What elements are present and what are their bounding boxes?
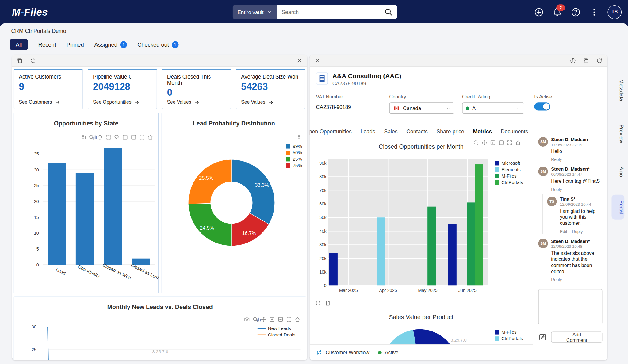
camera-icon[interactable]	[80, 134, 86, 140]
add-comment-row: Add Comment	[538, 332, 602, 343]
svg-text:20k: 20k	[319, 256, 327, 261]
version-watermark: 3.25.7.0	[134, 349, 186, 354]
chevron-down-icon	[446, 106, 450, 110]
chart-modebar	[296, 134, 302, 140]
create-new-icon[interactable]	[534, 7, 544, 17]
kpi-link-see-values[interactable]: See Values	[241, 99, 273, 105]
tab-documents[interactable]: Documents	[501, 128, 528, 135]
svg-text:35: 35	[34, 151, 39, 156]
is-active-toggle[interactable]	[534, 102, 550, 110]
tab-share-price[interactable]: Share price	[437, 128, 464, 135]
pie-chart-canvas[interactable]	[310, 320, 533, 344]
reply-link[interactable]: Reply	[551, 187, 562, 192]
svg-text:40k: 40k	[319, 229, 327, 234]
tab-assigned[interactable]: Assigned1	[94, 41, 127, 48]
breadcrumb[interactable]: CRM CtrlPortals Demo	[11, 28, 66, 34]
avatar: SM	[538, 167, 548, 176]
comment-author: Tina S*	[560, 197, 602, 201]
kpi-link-see-opportunities[interactable]: See Opportunities	[93, 99, 140, 105]
add-comment-button[interactable]: Add Comment	[551, 332, 602, 343]
notifications-button[interactable]: 2	[552, 6, 562, 18]
tab-checked-out[interactable]: Checked out1	[137, 41, 178, 48]
info-icon[interactable]	[570, 57, 576, 63]
bar-chart-canvas[interactable]: 05101520253035LeadOpportunityClosed as W…	[14, 141, 159, 294]
refresh-icon[interactable]	[30, 57, 36, 63]
refresh-icon[interactable]	[596, 57, 603, 63]
tab-sales[interactable]: Sales	[384, 128, 397, 135]
workflow-state[interactable]: Active	[385, 350, 398, 355]
search-icon[interactable]	[384, 8, 393, 17]
zoom-out-icon[interactable]	[131, 134, 137, 140]
kpi-value: 9	[19, 81, 78, 92]
rail-tab-portal[interactable]: Portal	[611, 195, 624, 220]
arrow-right-icon	[134, 100, 140, 105]
help-icon[interactable]	[571, 7, 581, 17]
rail-tab-metadata[interactable]: Metadata	[611, 76, 624, 104]
tab-open-opportunities[interactable]: Open Opportunities	[310, 128, 352, 135]
chevron-down-icon	[516, 106, 521, 110]
tab-contacts[interactable]: Contacts	[406, 128, 428, 135]
kpi-link-label: See Values	[167, 99, 191, 105]
box-select-icon[interactable]	[105, 134, 112, 140]
field-label: VAT Number	[316, 94, 383, 100]
assigned-count-badge: 1	[120, 41, 127, 48]
svg-text:5: 5	[36, 247, 39, 251]
popout-icon[interactable]	[17, 57, 23, 63]
svg-text:60k: 60k	[319, 201, 327, 206]
vault-selector[interactable]: Entire vault	[233, 5, 277, 19]
lasso-icon[interactable]	[114, 134, 120, 140]
search-input[interactable]	[277, 5, 397, 19]
country-select[interactable]: Canada	[389, 102, 454, 114]
reply-link[interactable]: Reply	[551, 157, 562, 162]
tab-all[interactable]: All	[10, 39, 28, 50]
rail-tab-aino[interactable]: Aino	[611, 163, 624, 180]
tab-metrics[interactable]: Metrics	[473, 128, 492, 135]
mfiles-logo[interactable]: M-Files	[12, 0, 48, 24]
close-icon[interactable]	[297, 57, 303, 63]
tab-pinned-label: Pinned	[67, 41, 84, 48]
edit-link[interactable]: Edit	[560, 229, 567, 234]
svg-text:24.5%: 24.5%	[200, 225, 214, 231]
kpi-link-see-values[interactable]: See Values	[167, 99, 199, 105]
country-value: Canada	[403, 105, 421, 111]
camera-icon[interactable]	[296, 134, 302, 140]
comment-input[interactable]	[538, 289, 602, 324]
field-label: Is Active	[534, 94, 582, 100]
autoscale-icon[interactable]	[139, 134, 145, 140]
chart-card-monthly-leads: Monthly New Leads vs. Deals Closed New L…	[13, 297, 306, 360]
kpi-link-see-customers[interactable]: See Customers	[19, 99, 60, 105]
global-search-group: Entire vault	[233, 5, 397, 19]
tab-pinned[interactable]: Pinned	[67, 41, 84, 48]
svg-text:25: 25	[34, 183, 39, 188]
logo-rest: Files	[24, 6, 48, 18]
document-icon[interactable]	[325, 300, 331, 306]
overflow-menu-icon[interactable]	[589, 7, 599, 17]
reply-link[interactable]: Reply	[572, 229, 583, 234]
logo-m: M	[12, 6, 21, 18]
user-avatar[interactable]: TS	[607, 5, 622, 19]
rail-tab-preview[interactable]: Preview	[611, 121, 624, 146]
refresh-icon[interactable]	[315, 300, 321, 306]
grouped-bar-chart-canvas[interactable]: Mar 2025Apr 2025May 2025Jun 2025010k20k3…	[310, 135, 533, 297]
plotly-logo-icon[interactable]	[92, 134, 98, 140]
zoom-in-icon[interactable]	[122, 134, 128, 140]
vat-number-input[interactable]	[316, 102, 383, 113]
reply-link[interactable]: Reply	[551, 277, 562, 282]
donut-chart-canvas[interactable]: 33.3%16.7%24.5%25.5%	[162, 141, 307, 294]
svg-text:20: 20	[34, 199, 39, 204]
tab-leads[interactable]: Leads	[361, 128, 375, 135]
edit-comment-icon[interactable]	[538, 333, 547, 342]
tab-recent[interactable]: Recent	[38, 41, 56, 48]
svg-text:30k: 30k	[319, 242, 327, 247]
svg-text:50k: 50k	[319, 215, 327, 220]
workflow-label[interactable]: Customer Workflow	[326, 350, 369, 355]
popout-icon[interactable]	[583, 57, 589, 63]
close-icon[interactable]	[314, 57, 320, 63]
tab-assigned-label: Assigned	[94, 41, 117, 48]
app-window: M-Files Entire vault 2 TS CRM CtrlPortal…	[0, 0, 628, 364]
arrow-right-icon	[194, 100, 199, 105]
home-icon[interactable]	[147, 134, 154, 140]
line-chart-canvas[interactable]: 3025	[14, 321, 307, 360]
credit-rating-select[interactable]: A	[462, 102, 524, 114]
version-watermark: 3.25.7.0	[438, 338, 479, 343]
